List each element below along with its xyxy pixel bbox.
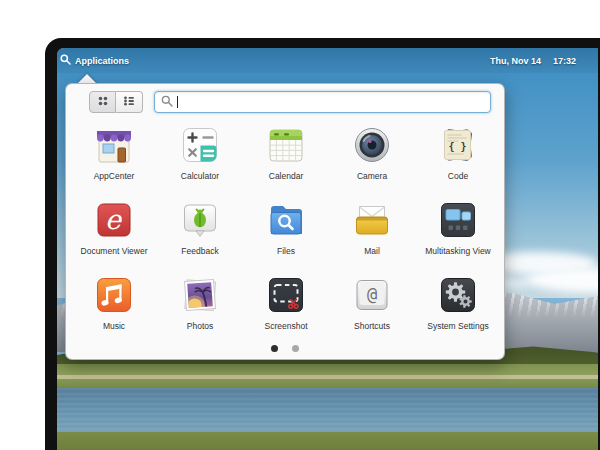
top-panel: Applications Thu, Nov 14 17:32 [57, 48, 598, 73]
page-dot-1[interactable] [271, 345, 278, 352]
app-label: Calendar [269, 171, 304, 181]
app-music[interactable]: Music [71, 267, 157, 342]
datetime-indicator[interactable]: Thu, Nov 14 17:32 [490, 56, 598, 66]
app-label: Feedback [181, 246, 218, 256]
app-photos[interactable]: Photos [157, 267, 243, 342]
monitor-bezel: Applications Thu, Nov 14 17:32 [45, 38, 600, 450]
camera-icon [348, 121, 396, 169]
panel-date: Thu, Nov 14 [490, 56, 541, 66]
app-label: Photos [187, 321, 213, 331]
app-multitasking-view[interactable]: Multitasking View [415, 192, 501, 267]
app-label: Shortcuts [354, 321, 390, 331]
svg-text:e: e [105, 204, 123, 235]
music-icon [90, 271, 138, 319]
app-shortcuts[interactable]: @Shortcuts [329, 267, 415, 342]
applications-menu-button[interactable]: Applications [57, 54, 129, 67]
app-label: Code [448, 171, 468, 181]
app-screenshot[interactable]: Screenshot [243, 267, 329, 342]
grid-view-icon [96, 94, 110, 111]
document-viewer-icon: e [90, 196, 138, 244]
app-label: Screenshot [265, 321, 308, 331]
view-toggle-group [89, 91, 143, 113]
app-calculator[interactable]: Calculator [157, 117, 243, 192]
app-system-settings[interactable]: System Settings [415, 267, 501, 342]
wallpaper-lake [57, 388, 598, 434]
app-document-viewer[interactable]: eDocument Viewer [71, 192, 157, 267]
app-calendar[interactable]: Calendar [243, 117, 329, 192]
search-icon [161, 93, 173, 111]
feedback-icon [176, 196, 224, 244]
screenshot-icon [262, 271, 310, 319]
app-label: Music [103, 321, 125, 331]
app-code[interactable]: { }Code [415, 117, 501, 192]
wallpaper-beach [57, 375, 598, 379]
svg-text:@: @ [367, 284, 377, 304]
app-files[interactable]: Files [243, 192, 329, 267]
calendar-icon [262, 121, 310, 169]
app-label: Files [277, 246, 295, 256]
applications-launcher: AppCenter Calculator Calendar Camera { }… [65, 83, 505, 360]
grid-view-button[interactable] [89, 91, 116, 113]
app-camera[interactable]: Camera [329, 117, 415, 192]
app-label: Document Viewer [81, 246, 148, 256]
appcenter-icon [90, 121, 138, 169]
system-settings-icon [434, 271, 482, 319]
mail-icon [348, 196, 396, 244]
page-indicator [66, 345, 504, 352]
app-label: Calculator [181, 171, 219, 181]
app-label: System Settings [427, 321, 488, 331]
app-label: Multitasking View [425, 246, 491, 256]
page-dot-2[interactable] [292, 345, 299, 352]
lake-ripples [57, 388, 598, 434]
text-caret [177, 96, 178, 108]
app-label: AppCenter [94, 171, 135, 181]
app-appcenter[interactable]: AppCenter [71, 117, 157, 192]
calculator-icon [176, 121, 224, 169]
shortcuts-icon: @ [348, 271, 396, 319]
svg-text:{ }: { } [448, 141, 466, 152]
app-label: Camera [357, 171, 387, 181]
photos-icon [176, 271, 224, 319]
desktop[interactable]: Applications Thu, Nov 14 17:32 [57, 48, 598, 450]
app-search-field[interactable] [154, 91, 491, 113]
files-icon [262, 196, 310, 244]
wallpaper-foreground-grass [57, 432, 598, 450]
app-mail[interactable]: Mail [329, 192, 415, 267]
applications-label: Applications [75, 56, 129, 66]
app-grid: AppCenter Calculator Calendar Camera { }… [71, 117, 501, 342]
panel-time: 17:32 [553, 56, 576, 66]
category-view-icon [122, 94, 136, 111]
app-label: Mail [364, 246, 380, 256]
multitasking-icon [434, 196, 482, 244]
code-icon: { } [434, 121, 482, 169]
search-input[interactable] [182, 97, 490, 108]
category-view-button[interactable] [116, 91, 143, 113]
search-icon [60, 54, 71, 67]
app-feedback[interactable]: Feedback [157, 192, 243, 267]
